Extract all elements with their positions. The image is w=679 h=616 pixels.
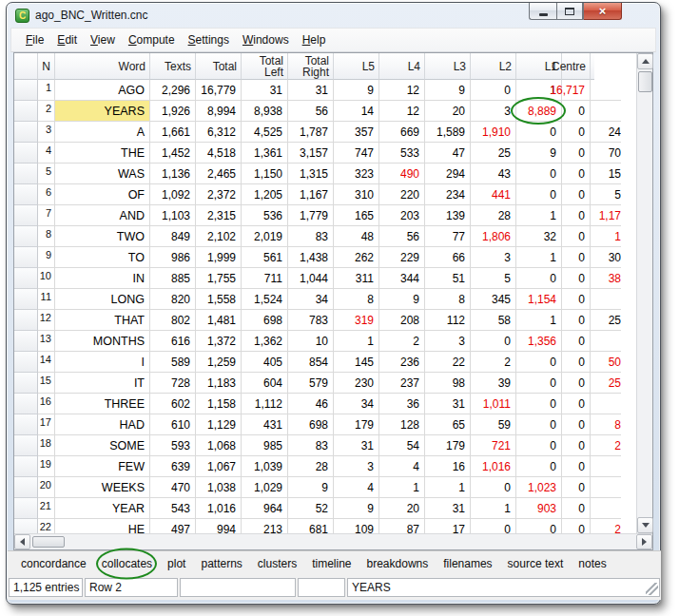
- value-cell[interactable]: 145: [334, 352, 379, 373]
- value-cell[interactable]: 262: [334, 247, 379, 268]
- row-selector-cell[interactable]: [14, 80, 38, 101]
- value-cell[interactable]: 1,067: [196, 456, 242, 477]
- value-cell[interactable]: [591, 331, 621, 352]
- value-cell[interactable]: 543: [150, 498, 196, 519]
- value-cell[interactable]: 0: [562, 394, 591, 414]
- value-cell[interactable]: 431: [242, 414, 288, 435]
- tab-notes[interactable]: notes: [577, 555, 607, 572]
- value-cell[interactable]: 87: [379, 519, 425, 533]
- value-cell[interactable]: 602: [150, 394, 196, 414]
- value-cell[interactable]: 669: [379, 122, 425, 143]
- value-cell[interactable]: 31: [242, 80, 288, 101]
- value-cell[interactable]: 22: [425, 352, 471, 373]
- value-cell[interactable]: 0: [562, 373, 591, 394]
- value-cell[interactable]: 310: [334, 184, 379, 205]
- value-cell[interactable]: 0: [562, 519, 591, 533]
- value-cell[interactable]: 1: [516, 205, 562, 226]
- value-cell[interactable]: 711: [242, 268, 288, 289]
- row-number-cell[interactable]: 3: [38, 122, 55, 143]
- value-cell[interactable]: 48: [334, 226, 379, 247]
- horizontal-scrollbar[interactable]: [14, 533, 652, 549]
- row-selector-cell[interactable]: [14, 184, 38, 205]
- column-header-total[interactable]: Total: [196, 53, 242, 80]
- value-cell[interactable]: 1,259: [196, 352, 242, 373]
- value-cell[interactable]: 783: [288, 310, 334, 331]
- value-cell[interactable]: 25: [471, 143, 516, 164]
- horizontal-scroll-thumb[interactable]: [32, 536, 65, 548]
- value-cell[interactable]: 17: [425, 519, 471, 533]
- value-cell[interactable]: 220: [379, 184, 425, 205]
- menu-item-view[interactable]: View: [84, 30, 122, 49]
- value-cell[interactable]: 294: [425, 164, 471, 184]
- value-cell[interactable]: 0: [562, 352, 591, 373]
- value-cell[interactable]: 83: [288, 435, 334, 456]
- value-cell[interactable]: [591, 394, 621, 414]
- value-cell[interactable]: 964: [242, 498, 288, 519]
- value-cell[interactable]: 616: [150, 331, 196, 352]
- value-cell[interactable]: 441: [471, 184, 516, 205]
- value-cell[interactable]: 0: [471, 519, 516, 533]
- value-cell[interactable]: 28: [288, 456, 334, 477]
- menu-item-settings[interactable]: Settings: [182, 30, 236, 49]
- value-cell[interactable]: 0: [471, 331, 516, 352]
- value-cell[interactable]: 1,158: [196, 394, 242, 414]
- value-cell[interactable]: 109: [334, 519, 379, 533]
- value-cell[interactable]: 490: [379, 164, 425, 184]
- value-cell[interactable]: 698: [288, 414, 334, 435]
- value-cell[interactable]: 0: [562, 477, 591, 498]
- tab-concordance[interactable]: concordance: [20, 555, 87, 572]
- value-cell[interactable]: 2,315: [196, 205, 242, 226]
- value-cell[interactable]: 179: [334, 414, 379, 435]
- scroll-left-button[interactable]: [14, 534, 30, 549]
- value-cell[interactable]: 1: [334, 331, 379, 352]
- row-selector-cell[interactable]: [14, 268, 38, 289]
- value-cell[interactable]: 56: [288, 101, 334, 122]
- value-cell[interactable]: 1,029: [242, 477, 288, 498]
- value-cell[interactable]: 234: [425, 184, 471, 205]
- menu-item-help[interactable]: Help: [296, 30, 333, 49]
- value-cell[interactable]: 0: [562, 498, 591, 519]
- tab-breakdowns[interactable]: breakdowns: [366, 555, 430, 572]
- value-cell[interactable]: 721: [471, 435, 516, 456]
- value-cell[interactable]: 31: [288, 80, 334, 101]
- value-cell[interactable]: 1,136: [150, 164, 196, 184]
- word-cell[interactable]: YEAR: [55, 498, 150, 519]
- value-cell[interactable]: 70: [591, 143, 621, 164]
- value-cell[interactable]: 470: [150, 477, 196, 498]
- tab-source-text[interactable]: source text: [507, 555, 565, 572]
- value-cell[interactable]: 5: [471, 268, 516, 289]
- value-cell[interactable]: 0: [562, 205, 591, 226]
- row-selector-cell[interactable]: [14, 122, 38, 143]
- value-cell[interactable]: 1,926: [150, 101, 196, 122]
- row-selector-cell[interactable]: [14, 101, 38, 122]
- value-cell[interactable]: 46: [288, 394, 334, 414]
- row-selector-cell[interactable]: [14, 477, 38, 498]
- value-cell[interactable]: 0: [562, 101, 591, 122]
- value-cell[interactable]: 0: [562, 226, 591, 247]
- value-cell[interactable]: 9: [334, 80, 379, 101]
- row-number-cell[interactable]: 6: [38, 184, 55, 205]
- value-cell[interactable]: 1,779: [288, 205, 334, 226]
- tab-collocates[interactable]: collocates: [101, 555, 153, 572]
- value-cell[interactable]: 2,296: [150, 80, 196, 101]
- value-cell[interactable]: 83: [288, 226, 334, 247]
- value-cell[interactable]: 854: [288, 352, 334, 373]
- row-number-cell[interactable]: 21: [38, 498, 55, 519]
- value-cell[interactable]: 0: [516, 519, 562, 533]
- value-cell[interactable]: 43: [471, 164, 516, 184]
- value-cell[interactable]: 12: [379, 80, 425, 101]
- value-cell[interactable]: 8,889: [516, 101, 562, 122]
- row-number-cell[interactable]: 22: [38, 519, 55, 533]
- value-cell[interactable]: 849: [150, 226, 196, 247]
- value-cell[interactable]: 8: [425, 289, 471, 310]
- value-cell[interactable]: 1: [516, 247, 562, 268]
- value-cell[interactable]: 25: [591, 310, 621, 331]
- value-cell[interactable]: 579: [288, 373, 334, 394]
- value-cell[interactable]: 8,994: [196, 101, 242, 122]
- horizontal-scroll-track[interactable]: [65, 534, 636, 549]
- value-cell[interactable]: 0: [562, 268, 591, 289]
- value-cell[interactable]: 9: [334, 498, 379, 519]
- value-cell[interactable]: 0: [516, 414, 562, 435]
- value-cell[interactable]: 2: [591, 519, 621, 533]
- value-cell[interactable]: 1,092: [150, 184, 196, 205]
